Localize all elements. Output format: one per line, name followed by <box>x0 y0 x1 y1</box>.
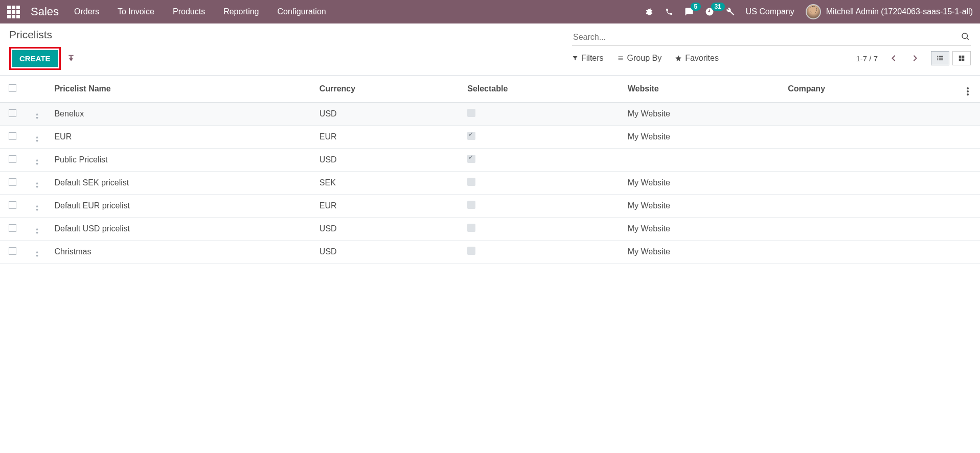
svg-rect-14 <box>962 59 965 61</box>
cell-company <box>783 126 955 149</box>
row-checkbox[interactable] <box>9 247 16 255</box>
pager-prev[interactable] <box>888 53 899 64</box>
table-row[interactable]: EUREURMy Website <box>0 126 980 149</box>
favorites-button[interactable]: Favorites <box>675 54 719 63</box>
cell-name: Default USD pricelist <box>49 218 314 241</box>
cell-currency: EUR <box>314 126 462 149</box>
cell-currency: USD <box>314 241 462 264</box>
cell-website: My Website <box>623 172 783 195</box>
cell-website: My Website <box>623 126 783 149</box>
cell-company <box>783 149 955 172</box>
th-name[interactable]: Pricelist Name <box>49 76 314 103</box>
searchbox <box>572 29 971 46</box>
svg-line-1 <box>967 38 968 39</box>
nav-reporting[interactable]: Reporting <box>223 7 259 16</box>
nav-products[interactable]: Products <box>173 7 205 16</box>
nav-toinvoice[interactable]: To Invoice <box>118 7 154 16</box>
cell-currency: USD <box>314 218 462 241</box>
user-menu[interactable]: Mitchell Admin (17204063-saas-15-1-all) <box>806 4 973 19</box>
bug-icon[interactable] <box>645 7 654 16</box>
svg-rect-6 <box>939 56 943 57</box>
svg-rect-12 <box>962 56 965 58</box>
list-view: Pricelist Name Currency Selectable Websi… <box>0 75 980 264</box>
create-button[interactable]: CREATE <box>12 50 58 67</box>
pager-next[interactable] <box>909 53 921 64</box>
svg-rect-7 <box>937 58 938 59</box>
cell-selectable <box>467 224 475 232</box>
th-selectable[interactable]: Selectable <box>462 76 622 103</box>
kanban-view-button[interactable] <box>952 51 971 65</box>
cell-name: Default SEK pricelist <box>49 172 314 195</box>
select-all-checkbox[interactable] <box>9 84 16 92</box>
cell-selectable <box>467 201 475 209</box>
cell-company <box>783 195 955 218</box>
cell-website: My Website <box>623 218 783 241</box>
user-name: Mitchell Admin (17204063-saas-15-1-all) <box>826 7 973 16</box>
company-switcher[interactable]: US Company <box>746 7 794 16</box>
filters-button[interactable]: Filters <box>572 54 604 63</box>
pager-text[interactable]: 1-7 / 7 <box>856 54 878 63</box>
phone-icon[interactable] <box>665 8 673 16</box>
table-row[interactable]: Default SEK pricelistSEKMy Website <box>0 172 980 195</box>
topnav: Sales Orders To Invoice Products Reporti… <box>0 0 980 23</box>
download-icon[interactable] <box>67 54 75 63</box>
activities-icon[interactable]: 31 <box>705 7 714 16</box>
table-row[interactable]: Public PricelistUSD <box>0 149 980 172</box>
messages-badge: 5 <box>691 3 701 11</box>
list-view-button[interactable] <box>931 51 949 65</box>
control-panel: Pricelists CREATE Filters <box>0 23 980 70</box>
nav-configuration[interactable]: Configuration <box>278 7 326 16</box>
cell-currency: USD <box>314 149 462 172</box>
drag-handle-icon[interactable] <box>36 204 38 211</box>
table-row[interactable]: Default EUR pricelistEURMy Website <box>0 195 980 218</box>
cell-currency: USD <box>314 103 462 126</box>
svg-rect-13 <box>959 59 962 61</box>
nav-right: 5 31 US Company Mitchell Admin (17204063… <box>645 4 973 19</box>
cell-selectable <box>467 178 475 186</box>
svg-point-0 <box>962 33 968 39</box>
cell-company <box>783 172 955 195</box>
drag-handle-icon[interactable] <box>36 181 38 188</box>
table-row[interactable]: Default USD pricelistUSDMy Website <box>0 218 980 241</box>
table-row[interactable]: ChristmasUSDMy Website <box>0 241 980 264</box>
row-checkbox[interactable] <box>9 201 16 209</box>
nav-orders[interactable]: Orders <box>74 7 99 16</box>
tools-icon[interactable] <box>725 7 735 16</box>
drag-handle-icon[interactable] <box>36 250 38 257</box>
row-checkbox[interactable] <box>9 132 16 140</box>
apps-icon[interactable] <box>7 6 21 18</box>
columns-menu-icon[interactable] <box>967 87 969 96</box>
cell-selectable <box>467 155 475 163</box>
th-currency[interactable]: Currency <box>314 76 462 103</box>
cell-company <box>783 218 955 241</box>
svg-rect-9 <box>937 59 938 60</box>
row-checkbox[interactable] <box>9 155 16 163</box>
drag-handle-icon[interactable] <box>36 158 38 165</box>
cell-name: Public Pricelist <box>49 149 314 172</box>
drag-handle-icon[interactable] <box>36 227 38 234</box>
app-brand[interactable]: Sales <box>31 5 59 18</box>
groupby-button[interactable]: Group By <box>617 54 662 63</box>
search-input[interactable] <box>573 33 961 42</box>
cell-company <box>783 241 955 264</box>
drag-handle-icon[interactable] <box>36 112 38 120</box>
messages-icon[interactable]: 5 <box>685 7 694 16</box>
svg-rect-5 <box>937 56 938 57</box>
search-icon[interactable] <box>961 32 970 42</box>
row-checkbox[interactable] <box>9 224 16 232</box>
breadcrumb: Pricelists <box>9 29 75 41</box>
cell-selectable <box>467 247 475 255</box>
cell-company <box>783 103 955 126</box>
avatar <box>806 4 821 19</box>
row-checkbox[interactable] <box>9 178 16 186</box>
th-website[interactable]: Website <box>623 76 783 103</box>
row-checkbox[interactable] <box>9 109 16 117</box>
cell-name: Benelux <box>49 103 314 126</box>
th-company[interactable]: Company <box>783 76 955 103</box>
cell-currency: EUR <box>314 195 462 218</box>
cell-name: EUR <box>49 126 314 149</box>
cell-website: My Website <box>623 195 783 218</box>
drag-handle-icon[interactable] <box>36 135 38 142</box>
table-row[interactable]: BeneluxUSDMy Website <box>0 103 980 126</box>
cell-selectable <box>467 109 475 117</box>
